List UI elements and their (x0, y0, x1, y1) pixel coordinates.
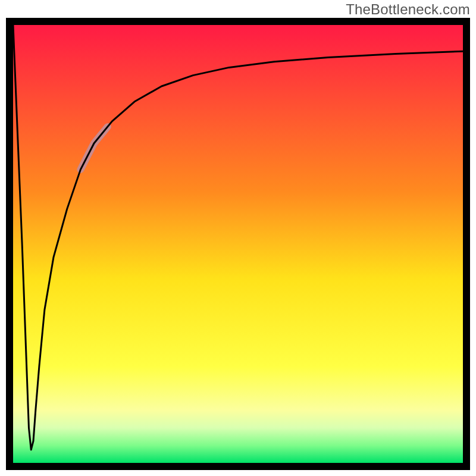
plot-area (13, 25, 463, 463)
chart-svg (13, 25, 463, 463)
gradient-background (13, 25, 463, 463)
watermark-text: TheBottleneck.com (346, 1, 470, 18)
plot-border (6, 18, 470, 470)
chart-container: TheBottleneck.com (0, 0, 476, 476)
